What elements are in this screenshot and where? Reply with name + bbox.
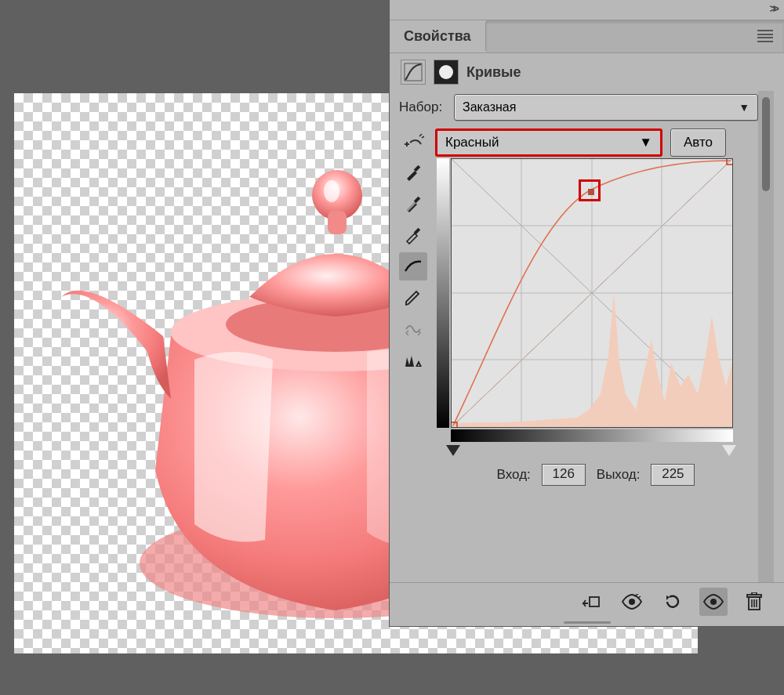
reset-icon[interactable] <box>659 588 687 616</box>
toggle-visibility-icon[interactable] <box>699 588 728 616</box>
output-label: Выход: <box>597 467 641 483</box>
panel-menu-icon[interactable] <box>757 30 773 42</box>
eyedropper-gray-icon[interactable] <box>399 190 427 218</box>
chevron-down-icon: ▼ <box>739 101 750 114</box>
adjustment-header: Кривые <box>390 53 784 91</box>
channel-value: Красный <box>445 135 499 150</box>
curve-point-selected[interactable] <box>579 179 601 201</box>
white-point-slider[interactable] <box>722 445 736 456</box>
svg-rect-7 <box>414 165 420 172</box>
auto-button[interactable]: Авто <box>670 129 726 157</box>
curves-adjustment-icon[interactable] <box>401 60 426 85</box>
eyedropper-white-icon[interactable] <box>399 221 427 249</box>
black-point-slider[interactable] <box>446 445 460 456</box>
curve-grid[interactable] <box>451 158 733 428</box>
chevron-down-icon: ▼ <box>639 135 652 150</box>
input-value-field[interactable]: 126 <box>542 464 586 486</box>
smooth-tool-icon[interactable] <box>399 315 427 343</box>
output-gradient <box>437 158 449 428</box>
curve-point-tool-icon[interactable] <box>399 252 427 281</box>
curve-tool-column <box>399 158 429 486</box>
view-previous-state-icon[interactable] <box>618 588 646 616</box>
svg-point-10 <box>418 364 419 366</box>
preset-label: Набор: <box>399 100 446 115</box>
input-output-row: Вход: 126 Выход: 225 <box>434 464 758 486</box>
panel-tabs: Свойства <box>390 20 784 53</box>
eyedropper-black-icon[interactable] <box>399 158 427 186</box>
panel-topbar: >> <box>390 0 784 20</box>
panel-scrollbar[interactable] <box>758 91 774 582</box>
pencil-tool-icon[interactable] <box>399 284 427 312</box>
svg-rect-30 <box>752 592 757 595</box>
svg-rect-22 <box>590 597 599 606</box>
svg-point-23 <box>629 599 635 605</box>
tab-properties[interactable]: Свойства <box>390 22 486 51</box>
curves-graph[interactable] <box>437 158 735 440</box>
panel-resize-handle[interactable] <box>390 620 784 626</box>
clip-to-layer-icon[interactable] <box>577 588 605 616</box>
panel-footer <box>390 582 784 620</box>
collapse-panel-icon[interactable]: >> <box>770 2 776 15</box>
svg-rect-4 <box>328 211 347 234</box>
targeted-adjust-icon[interactable] <box>399 133 427 152</box>
adjustment-title: Кривые <box>466 64 521 81</box>
input-gradient <box>451 429 733 442</box>
delete-icon[interactable] <box>740 588 768 616</box>
preset-value: Заказная <box>463 100 516 114</box>
output-value-field[interactable]: 225 <box>651 464 695 486</box>
channel-dropdown[interactable]: Красный ▼ <box>435 129 662 157</box>
preset-dropdown[interactable]: Заказная ▼ <box>454 94 758 121</box>
layer-mask-icon[interactable] <box>434 60 459 85</box>
svg-point-24 <box>710 599 717 605</box>
clip-warning-icon[interactable] <box>399 346 427 375</box>
svg-point-5 <box>324 180 339 202</box>
properties-panel: >> Свойства Кривые Набор: Заказная ▼ <box>389 0 784 627</box>
input-label: Вход: <box>497 467 531 483</box>
svg-rect-8 <box>414 197 420 203</box>
